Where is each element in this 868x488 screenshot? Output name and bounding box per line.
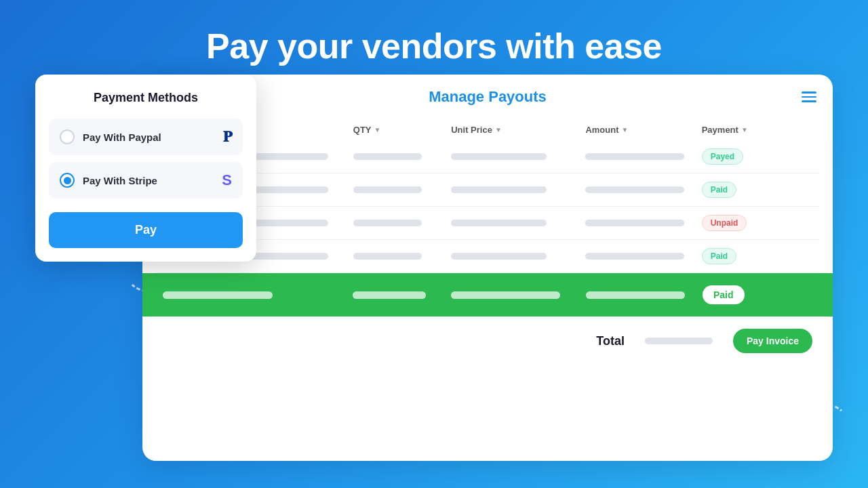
panel-title: Manage Payouts (429, 88, 547, 106)
payment-methods-card: Payment Methods Pay With Paypal 𝐏 Pay Wi… (35, 75, 256, 262)
cell-qty-1 (353, 153, 444, 160)
hl-cell-amount (586, 291, 696, 299)
radio-paypal[interactable] (60, 129, 75, 144)
status-badge-unpaid: Unpaid (702, 215, 747, 231)
cell-amount-4 (585, 253, 694, 260)
payment-option-stripe[interactable]: Pay With Stripe S (49, 162, 243, 199)
th-unit-price[interactable]: Unit Price ▼ (451, 125, 578, 135)
status-badge-paid-2: Paid (702, 248, 736, 264)
total-bar (645, 338, 713, 344)
cell-amount-2 (585, 186, 694, 193)
hero-title: Pay your vendors with ease (0, 0, 868, 66)
th-amount[interactable]: Amount ▼ (585, 125, 694, 135)
hl-cell-price (451, 291, 579, 299)
cell-amount-1 (585, 153, 694, 160)
cell-amount-3 (585, 220, 694, 226)
hl-cell-qty (353, 291, 444, 299)
cell-price-1 (451, 153, 578, 160)
pay-invoice-button[interactable]: Pay Invoice (733, 329, 812, 353)
stripe-option-left: Pay With Stripe (60, 173, 157, 188)
payment-methods-title: Payment Methods (49, 91, 243, 105)
cell-price-3 (451, 220, 578, 226)
footer-row: Total Pay Invoice (142, 317, 833, 365)
th-payment[interactable]: Payment ▼ (702, 125, 811, 135)
hl-cell-desc (163, 291, 346, 299)
status-badge-payed: Payed (702, 148, 743, 165)
cell-price-2 (451, 186, 578, 193)
total-label: Total (596, 334, 625, 348)
dashed-connector-2 (810, 405, 848, 442)
paypal-label: Pay With Paypal (83, 131, 161, 143)
status-badge-paid: Paid (702, 182, 736, 198)
th-qty[interactable]: QTY ▼ (353, 125, 444, 135)
paypal-option-left: Pay With Paypal (60, 129, 161, 144)
pay-button[interactable]: Pay (49, 212, 243, 248)
cell-qty-3 (353, 220, 444, 226)
highlighted-row: Paid (142, 273, 833, 317)
cell-status-1: Payed (702, 148, 811, 165)
hl-cell-status: Paid (703, 285, 812, 304)
cell-status-4: Paid (702, 248, 811, 264)
stripe-label: Pay With Stripe (83, 175, 157, 186)
stripe-icon: S (222, 171, 232, 189)
radio-stripe[interactable] (60, 173, 75, 188)
cell-qty-4 (353, 253, 444, 260)
radio-stripe-dot (64, 177, 71, 184)
cell-status-3: Unpaid (702, 215, 811, 231)
cell-qty-2 (353, 186, 444, 193)
hamburger-menu-icon[interactable] (802, 92, 816, 102)
paypal-icon: 𝐏 (223, 128, 232, 146)
cell-price-4 (451, 253, 578, 260)
highlighted-paid-badge: Paid (703, 285, 745, 304)
payment-option-paypal[interactable]: Pay With Paypal 𝐏 (49, 119, 243, 155)
cell-status-2: Paid (702, 182, 811, 198)
